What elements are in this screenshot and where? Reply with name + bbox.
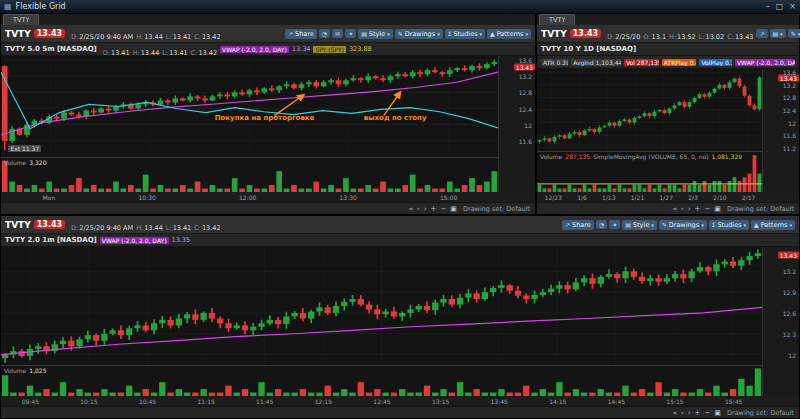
time-axis-tick: 2/17 <box>742 194 755 201</box>
candlestick-chart-1m[interactable] <box>1 247 762 365</box>
panel-a-toolbar: TVTY 13.43 D:2/25/20 9:40 AMH:13.44L:13.… <box>1 25 535 43</box>
drawing-set-label[interactable]: Drawing set: Default <box>727 205 794 213</box>
price-axis-5m[interactable]: 13.4313.613.212.812.41211.6 <box>498 56 535 192</box>
price-pane-1m[interactable] <box>1 247 762 366</box>
volume-bars-5m[interactable] <box>1 158 498 192</box>
minimize-button[interactable]: – <box>766 2 770 11</box>
share-button[interactable]: ↗Share <box>285 29 317 39</box>
symbol-input[interactable]: TVTY <box>5 29 31 39</box>
zoom-in-icon[interactable]: + <box>431 205 437 213</box>
style-button[interactable]: ▤Style▾ <box>358 29 393 39</box>
time-axis-1m[interactable]: 09:4510:1510:4511:1511:4512:1512:4513:15… <box>1 396 799 406</box>
time-axis-5m[interactable]: Mon10:3012:0013:3015:00 <box>1 192 535 202</box>
maximize-button[interactable]: □ <box>776 2 784 11</box>
symbol-input[interactable]: TVTY <box>5 220 31 230</box>
study-badge[interactable]: VolPlay 0.3 <box>699 59 732 66</box>
chat-button[interactable]: ✉ <box>332 29 343 38</box>
panel-a-status-row: TVTY 5.0 5m [NASDAQ] O:13.41H:13.44L:13.… <box>1 43 535 56</box>
tab-tvty[interactable]: TVTY <box>539 14 575 25</box>
chevron-down-icon: ▾ <box>651 222 654 228</box>
share-button[interactable]: ↗Share <box>562 220 594 230</box>
volume-pane-1m[interactable]: Volume 1,025 <box>1 366 762 396</box>
price-axis-daily[interactable]: 13.4313.613.212.812.41211.611.2 <box>762 69 799 192</box>
price-axis-tick: 12.6 <box>783 309 796 316</box>
fit-chart-icon[interactable]: ▣ <box>450 205 457 213</box>
drawings-button[interactable]: ✎Drawings▾ <box>395 29 443 39</box>
volume-pane-daily[interactable]: Volume 287,135 SimpleMovingAvg (VOLUME, … <box>537 152 762 192</box>
studies-button[interactable]: ΣStudies▾ <box>445 29 485 39</box>
price-pane-5m[interactable]: Покупка на проторговке выход по стопу Ex… <box>1 56 498 158</box>
zoom-in-icon[interactable]: + <box>695 409 701 417</box>
panel-c-chart-area: Volume 1,025 13.4313.212.912.612.312 <box>1 247 799 396</box>
time-axis-tick: 12:15 <box>315 398 332 405</box>
patterns-button[interactable]: ▲Patterns▾ <box>487 29 531 39</box>
chart-panel-1m: TVTY 13.43 D:2/25/20 9:40 AMH:13.44L:13.… <box>0 215 800 419</box>
field-value: 13.44 <box>144 224 163 232</box>
beaker-icon: ✦ <box>612 221 617 228</box>
analyze-button[interactable]: ✦ <box>609 220 620 229</box>
patterns-button[interactable]: ▲Patterns▾ <box>751 220 795 230</box>
vwap-study-chip[interactable]: VWAP (-2.0, 2.0, DAY) <box>100 237 169 244</box>
chevron-down-icon: ▾ <box>437 31 440 37</box>
last-price-badge: 13.43 <box>34 29 65 38</box>
style-button[interactable]: ▤Style▾ <box>622 220 657 230</box>
zoom-out-icon[interactable]: − <box>440 205 446 213</box>
style-button[interactable]: ▤▾ <box>770 29 786 38</box>
alerts-button[interactable]: ◔ <box>596 220 607 229</box>
style-icon: ▤ <box>361 30 367 37</box>
pan-left-icon[interactable]: ‹ <box>681 205 684 213</box>
fit-chart-icon[interactable]: ▣ <box>714 409 721 417</box>
fit-chart-icon[interactable]: ▣ <box>714 205 721 213</box>
vwap-study-chip[interactable]: VWAP (-2.0, 2.0, DAY) <box>220 46 289 53</box>
candlestick-chart-daily[interactable] <box>537 69 762 151</box>
field-label: L: <box>699 33 705 41</box>
drawings-button[interactable]: ✎▾ <box>788 29 800 38</box>
pan-fast-left-icon[interactable]: « <box>409 205 413 213</box>
pan-fast-left-icon[interactable]: « <box>673 409 677 417</box>
time-axis-daily[interactable]: 12/231/61/131/211/272/32/102/17 <box>537 192 799 202</box>
sigma-icon: Σ <box>448 30 452 37</box>
share-button[interactable]: ↗ <box>756 29 767 38</box>
vwap-value: 13.35 <box>172 236 191 244</box>
volume-bars-1m[interactable] <box>1 366 762 396</box>
time-axis-tick: 14:15 <box>549 398 566 405</box>
study-badge[interactable]: Vol 287,135 <box>624 59 659 66</box>
drawings-button[interactable]: ✎Drawings▾ <box>659 220 707 230</box>
study-badge[interactable]: ATRPlay 0.4 <box>662 59 697 66</box>
pan-right-icon[interactable]: › <box>688 205 691 213</box>
annotation-stop-text[interactable]: выход по стопу <box>364 114 427 122</box>
price-axis-tick: 11.6 <box>519 137 532 144</box>
pan-right-icon[interactable]: › <box>424 205 427 213</box>
field-value: 2/25/20 9:40 AM <box>79 224 133 232</box>
annotation-buy-text[interactable]: Покупка на проторговке <box>215 114 315 122</box>
drawing-set-label[interactable]: Drawing set: Default <box>463 205 530 213</box>
price-axis-1m[interactable]: 13.4313.212.912.612.312 <box>762 247 799 396</box>
panel-c-toolbar-buttons: ↗Share ◔ ✦ ▤Style▾ ✎Drawings▾ ΣStudies▾ … <box>562 220 795 230</box>
study-badge[interactable]: ATR 0.39 <box>541 59 568 66</box>
volume-pane-5m[interactable]: Volume 3,320 <box>1 158 498 192</box>
pan-fast-left-icon[interactable]: « <box>673 205 677 213</box>
analyze-button[interactable]: ✦ <box>345 29 356 38</box>
close-button[interactable]: × <box>789 2 796 11</box>
zoom-out-icon[interactable]: − <box>704 205 710 213</box>
tab-tvty[interactable]: TVTY <box>3 14 39 25</box>
studies-button[interactable]: ΣStudies▾ <box>709 220 749 230</box>
spy-compare-chip[interactable]: SPY (SPY) <box>313 46 346 53</box>
study-badge[interactable]: VWAP (-2.0, 2.0, DAY) <box>735 59 795 66</box>
zoom-out-icon[interactable]: − <box>704 409 710 417</box>
time-axis-tick: 12:00 <box>239 194 256 201</box>
price-pane-daily[interactable] <box>537 69 762 152</box>
zoom-in-icon[interactable]: + <box>695 205 701 213</box>
symbol-input[interactable]: TVTY <box>541 29 567 39</box>
drawing-set-label[interactable]: Drawing set: Default <box>727 409 794 417</box>
volume-axis-spacer <box>763 151 799 192</box>
chart-title: TVTY 2.0 1m [NASDAQ] <box>5 236 97 244</box>
pan-right-icon[interactable]: › <box>688 409 691 417</box>
pan-left-icon[interactable]: ‹ <box>681 409 684 417</box>
alerts-button[interactable]: ◔ <box>319 29 330 38</box>
extended-low-label: Ext 11.37 <box>8 145 41 152</box>
pan-left-icon[interactable]: ‹ <box>417 205 420 213</box>
volume-value: 1,025 <box>29 367 46 374</box>
field-label: D: <box>71 33 78 41</box>
study-badge[interactable]: AvgInd 1,103,443 <box>571 59 621 66</box>
